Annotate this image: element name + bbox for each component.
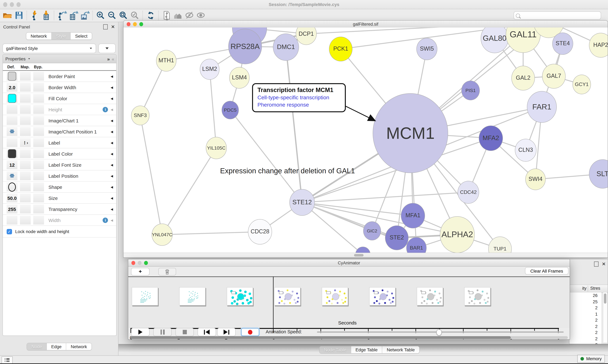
scrollbar-thumb[interactable] (354, 254, 363, 257)
tab-select[interactable]: Select (71, 33, 92, 39)
import-table-icon[interactable] (41, 11, 52, 21)
table-cell[interactable]: 1 (569, 311, 601, 317)
zoom-out-icon[interactable] (106, 11, 118, 21)
table-vertical-scrollbar[interactable] (603, 293, 607, 342)
info-icon[interactable]: i (103, 217, 108, 223)
float-panel-icon[interactable] (594, 261, 599, 267)
property-row-label[interactable]: ⋮›Label◀ (3, 137, 116, 148)
network-node-gcy1[interactable]: GCY1 (573, 75, 591, 94)
skip-to-end-button[interactable] (217, 328, 235, 336)
stop-button[interactable] (175, 328, 194, 336)
animation-frame-5[interactable] (369, 287, 396, 305)
network-node-ste12[interactable]: STE12 (290, 189, 315, 216)
network-node-rps28a[interactable]: RPS28A (228, 29, 262, 64)
property-row-image-chart-position-1[interactable]: Image/Chart Position 1◀ (3, 126, 116, 137)
network-node-mcm1[interactable]: MCM1 (373, 93, 448, 173)
animation-frame-0[interactable] (132, 287, 158, 305)
network-node-gal2[interactable]: GAL2 (511, 66, 535, 91)
table-cell[interactable]: 25 (569, 299, 601, 305)
network-node-ste2[interactable]: STE2 (385, 225, 409, 250)
property-row-border-width[interactable]: 2.0Border Width◀ (3, 82, 116, 93)
network-node-far1[interactable]: FAR1 (527, 91, 557, 123)
properties-header[interactable]: Properties (5, 56, 26, 61)
zoom-fit-icon[interactable] (118, 11, 129, 21)
animation-frame-3[interactable] (274, 287, 301, 305)
record-button[interactable] (241, 328, 259, 336)
zoom-selected-icon[interactable] (129, 11, 141, 21)
save-session-icon[interactable] (13, 11, 25, 21)
canvas-annotation-text[interactable]: Expression change after deletion of GAL1 (220, 167, 355, 175)
table-cell[interactable]: 2 (569, 305, 601, 311)
property-row-image-chart-1[interactable]: Image/Chart 1◀ (3, 115, 116, 126)
table-column-stress[interactable]: Stres (590, 286, 600, 291)
add-frame-button[interactable]: + (131, 268, 150, 275)
network-node-swi4[interactable]: SWI4 (525, 169, 546, 190)
table-cell[interactable]: 2 (569, 329, 601, 336)
memory-button[interactable]: Memory (577, 355, 605, 363)
table-cell[interactable]: 2 (569, 323, 601, 329)
search-input[interactable] (522, 13, 601, 18)
property-row-height[interactable]: Heighti◀ (3, 104, 116, 115)
annotation-box[interactable]: Transcription factor MCM1 Cell-type-spec… (252, 83, 346, 112)
delete-frame-button[interactable] (158, 268, 176, 275)
property-row-label-color[interactable]: Label Color◀ (3, 148, 116, 159)
table-cell[interactable]: 2 (569, 336, 601, 342)
tab-network-table[interactable]: Network Table (382, 346, 419, 353)
animation-speed-slider[interactable] (317, 331, 564, 333)
tab-edge[interactable]: Edge (47, 343, 66, 350)
slider-knob[interactable] (436, 329, 442, 336)
close-panel-icon[interactable]: ✕ (111, 24, 115, 30)
property-row-transparency[interactable]: 255Transparency◀ (3, 204, 116, 215)
network-node-ynl047c[interactable]: YNL047C (152, 224, 173, 246)
lock-size-checkbox-row[interactable]: ✓Lock node width and height (3, 226, 116, 237)
tab-node-table[interactable]: Node Table (319, 346, 351, 353)
property-row-label-font-size[interactable]: 12Label Font Size◀ (3, 159, 116, 170)
network-node-mfa2[interactable]: MFA2 (479, 125, 503, 151)
network-node-cdc28[interactable]: CDC28 (248, 219, 272, 245)
export-image-icon[interactable] (79, 11, 91, 21)
network-node-pis1[interactable]: PIS1 (461, 81, 480, 100)
network-node-lsm2[interactable]: LSM2 (200, 59, 220, 79)
network-node-pdc5[interactable]: PDC5 (222, 101, 239, 119)
network-window-titlebar[interactable]: galFiltered.sif (124, 21, 608, 28)
tab-edge-table[interactable]: Edge Table (351, 346, 382, 353)
table-column-ity[interactable]: ity (569, 286, 586, 291)
open-session-icon[interactable] (2, 11, 13, 21)
play-button[interactable] (131, 328, 150, 336)
network-node-ste4[interactable]: STE4 (552, 33, 573, 55)
animation-frame-7[interactable] (464, 287, 491, 305)
network-node-swi5[interactable]: SWI5 (416, 38, 437, 60)
network-horizontal-scrollbar[interactable] (124, 253, 608, 258)
animation-frame-4[interactable] (322, 287, 348, 305)
network-node-snf3[interactable]: SNF3 (131, 106, 150, 125)
clear-all-frames-button[interactable]: Clear All Frames (525, 267, 568, 274)
show-details-icon[interactable] (195, 11, 207, 21)
animation-frame-6[interactable] (417, 287, 443, 305)
network-node-yil105c[interactable]: YIL105C (206, 137, 227, 159)
close-panel-icon[interactable]: ✕ (602, 261, 606, 267)
table-cell[interactable]: 26 (569, 293, 601, 299)
export-network-icon[interactable] (56, 11, 68, 21)
animation-frame-2[interactable] (227, 287, 253, 305)
network-node-cln3[interactable]: CLN3 (515, 139, 537, 162)
network-node-gic2[interactable]: GIC2 (363, 221, 381, 240)
info-icon[interactable]: i (103, 107, 108, 112)
home-icon[interactable] (172, 11, 184, 21)
table-cell[interactable]: 2 (569, 317, 601, 323)
tab-style[interactable]: Style (52, 33, 71, 39)
network-node-mfa1[interactable]: MFA1 (401, 203, 425, 228)
tab-network[interactable]: Network (26, 33, 52, 39)
property-row-size[interactable]: 50.0Size◀ (3, 193, 116, 204)
expand-all-icon[interactable]: » (107, 56, 109, 62)
network-node-cdc42[interactable]: CDC42 (457, 181, 479, 204)
style-selector[interactable]: galFiltered Style (2, 44, 96, 53)
pause-button[interactable] (153, 328, 172, 336)
property-row-shape[interactable]: Shape◀ (3, 182, 116, 193)
animation-frame-1[interactable] (179, 287, 206, 305)
apply-layout-icon[interactable] (145, 11, 156, 21)
tab-node[interactable]: Node (27, 343, 47, 350)
task-history-button[interactable] (1, 356, 13, 364)
timeline-playhead[interactable] (273, 276, 274, 328)
network-node-alpha2[interactable]: ALPHA2 (440, 216, 475, 253)
float-panel-icon[interactable] (103, 24, 108, 29)
